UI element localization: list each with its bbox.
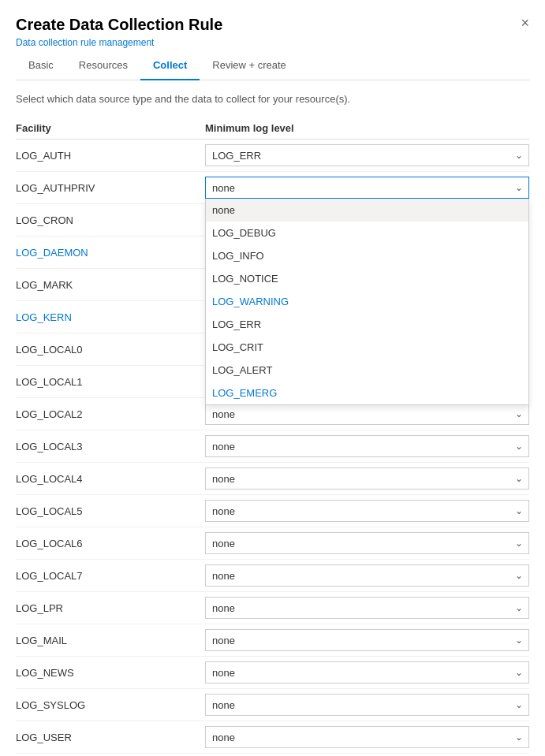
facility-label: LOG_LPR [16,602,205,614]
log-user-select[interactable]: noneLOG_DEBUGLOG_INFOLOG_NOTICELOG_WARNI… [205,726,529,748]
facility-label: LOG_LOCAL2 [16,408,205,420]
facility-label: LOG_NEWS [16,667,205,679]
dropdown-item-log-alert[interactable]: LOG_ALERT [206,359,528,382]
log-authpriv-select-wrapper: none LOG_DEBUG LOG_INFO LOG_NOTICE LOG_W… [205,177,529,199]
tab-resources[interactable]: Resources [66,51,140,80]
col-loglevel-header: Minimum log level [205,122,529,134]
log-authpriv-select[interactable]: none LOG_DEBUG LOG_INFO LOG_NOTICE LOG_W… [205,177,529,199]
log-local3-select-wrapper: noneLOG_DEBUGLOG_INFOLOG_NOTICELOG_WARNI… [205,435,529,457]
table-row: LOG_LOCAL6 noneLOG_DEBUGLOG_INFOLOG_NOTI… [16,527,529,560]
dropdown-item-log-info[interactable]: LOG_INFO [206,244,528,267]
log-local7-select[interactable]: noneLOG_DEBUGLOG_INFOLOG_NOTICELOG_WARNI… [205,564,529,587]
tab-review-create[interactable]: Review + create [200,51,299,80]
dropdown-menu: none LOG_DEBUG LOG_INFO LOG_NOTICE LOG_W… [205,199,529,405]
dialog: Create Data Collection Rule Data collect… [0,0,545,756]
dropdown-item-log-warning[interactable]: LOG_WARNING [206,290,528,313]
tab-bar: Basic Resources Collect Review + create [16,51,529,80]
close-button[interactable]: × [521,16,529,30]
table-row: LOG_AUTHPRIV none LOG_DEBUG LOG_INFO LOG… [16,172,529,204]
log-local2-select[interactable]: noneLOG_DEBUGLOG_INFOLOG_NOTICELOG_WARNI… [205,403,529,425]
dropdown-item-log-err[interactable]: LOG_ERR [206,313,528,336]
log-local7-select-wrapper: noneLOG_DEBUGLOG_INFOLOG_NOTICELOG_WARNI… [205,564,529,587]
facility-label: LOG_AUTHPRIV [16,182,205,194]
log-lpr-select[interactable]: noneLOG_DEBUGLOG_INFOLOG_NOTICELOG_WARNI… [205,597,529,619]
table-row: LOG_LPR noneLOG_DEBUGLOG_INFOLOG_NOTICEL… [16,592,529,624]
log-mail-select[interactable]: noneLOG_DEBUGLOG_INFOLOG_NOTICELOG_WARNI… [205,629,529,651]
dropdown-item-none[interactable]: none [206,199,528,222]
facility-label: LOG_LOCAL7 [16,570,205,582]
log-syslog-select-wrapper: noneLOG_DEBUGLOG_INFOLOG_NOTICELOG_WARNI… [205,694,529,716]
facility-label: LOG_LOCAL6 [16,538,205,549]
log-local2-select-wrapper: noneLOG_DEBUGLOG_INFOLOG_NOTICELOG_WARNI… [205,403,529,425]
log-local5-select-wrapper: noneLOG_DEBUGLOG_INFOLOG_NOTICELOG_WARNI… [205,500,529,522]
facility-label: LOG_DAEMON [16,247,205,259]
facility-label: LOG_LOCAL4 [16,473,205,485]
dialog-title-area: Create Data Collection Rule Data collect… [16,16,222,48]
facility-label: LOG_SYSLOG [16,699,205,711]
facility-label: LOG_CRON [16,214,205,226]
table-row: LOG_LOCAL3 noneLOG_DEBUGLOG_INFOLOG_NOTI… [16,430,529,463]
facility-label: LOG_MARK [16,279,205,291]
dialog-header: Create Data Collection Rule Data collect… [16,16,529,48]
table-row: LOG_SYSLOG noneLOG_DEBUGLOG_INFOLOG_NOTI… [16,689,529,721]
log-local6-select[interactable]: noneLOG_DEBUGLOG_INFOLOG_NOTICELOG_WARNI… [205,532,529,554]
facility-label: LOG_LOCAL0 [16,344,205,356]
content-area: Facility Minimum log level LOG_AUTH none… [16,117,529,754]
facility-label: LOG_USER [16,732,205,743]
log-auth-select-wrapper: none LOG_DEBUG LOG_INFO LOG_NOTICE LOG_W… [205,144,529,166]
log-news-select[interactable]: noneLOG_DEBUGLOG_INFOLOG_NOTICELOG_WARNI… [205,661,529,683]
facility-label: LOG_LOCAL1 [16,376,205,388]
dropdown-item-log-notice[interactable]: LOG_NOTICE [206,267,528,290]
dropdown-item-log-emerg[interactable]: LOG_EMERG [206,382,528,404]
dropdown-item-log-crit[interactable]: LOG_CRIT [206,336,528,359]
tab-basic[interactable]: Basic [16,51,66,80]
page-description: Select which data source type and the da… [16,93,529,105]
log-local5-select[interactable]: noneLOG_DEBUGLOG_INFOLOG_NOTICELOG_WARNI… [205,500,529,522]
log-auth-select[interactable]: none LOG_DEBUG LOG_INFO LOG_NOTICE LOG_W… [205,144,529,166]
table-row: LOG_LOCAL5 noneLOG_DEBUGLOG_INFOLOG_NOTI… [16,495,529,527]
facility-label: LOG_LOCAL5 [16,505,205,517]
table-row: LOG_MAIL noneLOG_DEBUGLOG_INFOLOG_NOTICE… [16,624,529,657]
log-lpr-select-wrapper: noneLOG_DEBUGLOG_INFOLOG_NOTICELOG_WARNI… [205,597,529,619]
log-local6-select-wrapper: noneLOG_DEBUGLOG_INFOLOG_NOTICELOG_WARNI… [205,532,529,554]
table-header: Facility Minimum log level [16,117,529,140]
col-facility-header: Facility [16,122,205,134]
facility-label: LOG_MAIL [16,635,205,646]
facility-label: LOG_LOCAL3 [16,441,205,452]
log-mail-select-wrapper: noneLOG_DEBUGLOG_INFOLOG_NOTICELOG_WARNI… [205,629,529,651]
table-row: LOG_LOCAL7 noneLOG_DEBUGLOG_INFOLOG_NOTI… [16,560,529,592]
log-news-select-wrapper: noneLOG_DEBUGLOG_INFOLOG_NOTICELOG_WARNI… [205,661,529,683]
table-row: LOG_AUTH none LOG_DEBUG LOG_INFO LOG_NOT… [16,140,529,172]
tab-collect[interactable]: Collect [140,51,200,80]
log-syslog-select[interactable]: noneLOG_DEBUGLOG_INFOLOG_NOTICELOG_WARNI… [205,694,529,716]
dropdown-item-log-debug[interactable]: LOG_DEBUG [206,222,528,244]
dialog-subtitle: Data collection rule management [16,37,222,48]
log-user-select-wrapper: noneLOG_DEBUGLOG_INFOLOG_NOTICELOG_WARNI… [205,726,529,748]
facility-label: LOG_KERN [16,311,205,323]
dialog-title: Create Data Collection Rule [16,16,222,34]
table-row: LOG_USER noneLOG_DEBUGLOG_INFOLOG_NOTICE… [16,721,529,754]
table-row: LOG_LOCAL4 noneLOG_DEBUGLOG_INFOLOG_NOTI… [16,463,529,495]
log-local4-select-wrapper: noneLOG_DEBUGLOG_INFOLOG_NOTICELOG_WARNI… [205,467,529,490]
log-local4-select[interactable]: noneLOG_DEBUGLOG_INFOLOG_NOTICELOG_WARNI… [205,467,529,490]
log-local3-select[interactable]: noneLOG_DEBUGLOG_INFOLOG_NOTICELOG_WARNI… [205,435,529,457]
table-row: LOG_NEWS noneLOG_DEBUGLOG_INFOLOG_NOTICE… [16,657,529,689]
facility-label: LOG_AUTH [16,150,205,162]
